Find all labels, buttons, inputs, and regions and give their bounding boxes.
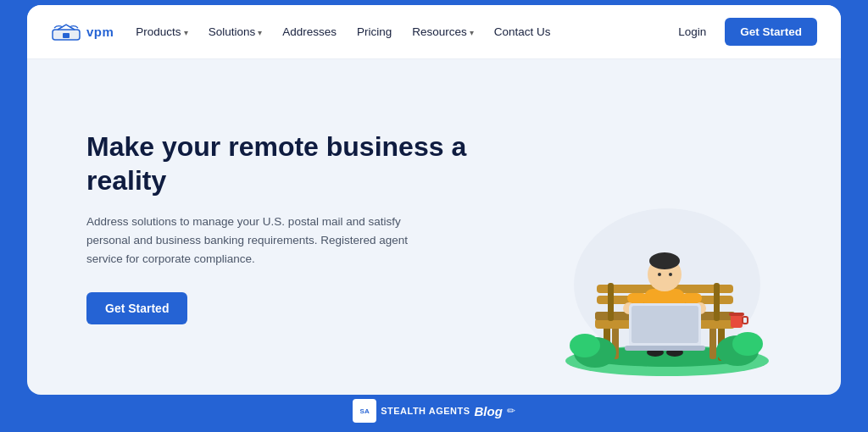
hero-get-started-button[interactable]: Get Started bbox=[86, 292, 187, 324]
nav-products[interactable]: Products ▾ bbox=[127, 20, 196, 43]
svg-rect-15 bbox=[714, 283, 720, 321]
svg-point-38 bbox=[732, 332, 763, 356]
resources-chevron-icon: ▾ bbox=[470, 28, 474, 37]
nav-resources[interactable]: Resources ▾ bbox=[403, 20, 482, 43]
footer-pen-icon: ✏ bbox=[507, 405, 515, 417]
products-chevron-icon: ▾ bbox=[184, 28, 188, 37]
hero-illustration bbox=[527, 158, 790, 395]
footer-brand-name: STEALTH AGENTS bbox=[381, 406, 470, 416]
svg-point-26 bbox=[649, 252, 680, 269]
svg-point-27 bbox=[658, 273, 661, 276]
app-container: vpm Products ▾ Solutions ▾ Addresses Pri… bbox=[27, 5, 841, 395]
navbar: vpm Products ▾ Solutions ▾ Addresses Pri… bbox=[27, 5, 841, 59]
logo[interactable]: vpm bbox=[51, 23, 114, 42]
footer-badge-icon: SA bbox=[353, 399, 376, 423]
svg-rect-22 bbox=[682, 293, 702, 303]
bench-illustration bbox=[527, 158, 790, 395]
svg-rect-8 bbox=[709, 327, 716, 359]
svg-rect-33 bbox=[729, 313, 744, 316]
logo-icon bbox=[51, 23, 81, 42]
svg-rect-21 bbox=[627, 293, 648, 303]
nav-addresses[interactable]: Addresses bbox=[274, 20, 345, 43]
footer-logo: SA STEALTH AGENTS Blog ✏ bbox=[353, 399, 515, 423]
nav-login[interactable]: Login bbox=[668, 20, 716, 43]
svg-rect-31 bbox=[625, 346, 705, 351]
svg-rect-13 bbox=[608, 283, 614, 321]
hero-description: Address solutions to manage your U.S. po… bbox=[86, 213, 409, 269]
nav-contact[interactable]: Contact Us bbox=[486, 20, 559, 43]
footer: SA STEALTH AGENTS Blog ✏ bbox=[353, 395, 515, 427]
hero-title: Make your remote business a reality bbox=[86, 130, 476, 197]
svg-point-36 bbox=[570, 334, 600, 357]
hero-content: Make your remote business a reality Addr… bbox=[86, 130, 476, 325]
svg-point-28 bbox=[669, 273, 672, 276]
svg-rect-30 bbox=[632, 306, 698, 343]
footer-blog-text: Blog bbox=[475, 404, 503, 418]
hero-section: Make your remote business a reality Addr… bbox=[27, 59, 841, 395]
solutions-chevron-icon: ▾ bbox=[258, 28, 262, 37]
nav-get-started-button[interactable]: Get Started bbox=[725, 18, 817, 46]
nav-solutions[interactable]: Solutions ▾ bbox=[200, 20, 271, 43]
svg-rect-1 bbox=[63, 33, 70, 38]
logo-text: vpm bbox=[86, 25, 114, 39]
nav-pricing[interactable]: Pricing bbox=[348, 20, 400, 43]
